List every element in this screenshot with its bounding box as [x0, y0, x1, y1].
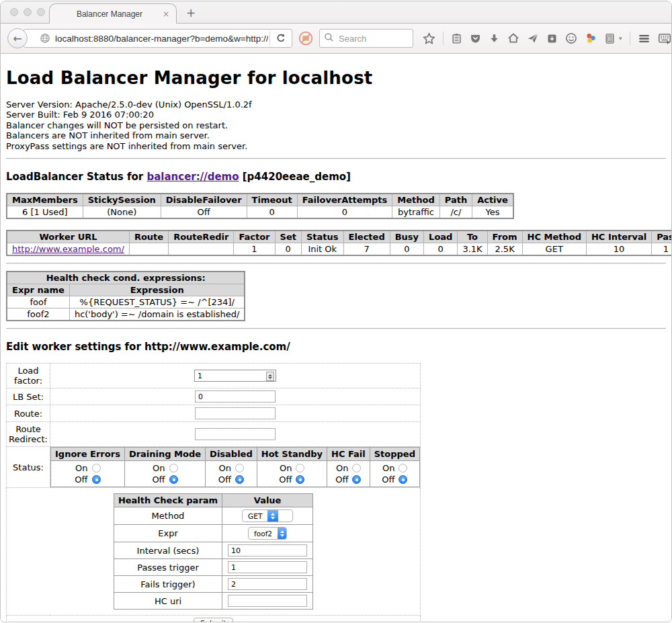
hot-standby-off-radio[interactable] — [296, 475, 304, 484]
tab-balancer-manager[interactable]: Balancer Manager × — [49, 3, 177, 24]
disabled-radios: On Off — [206, 461, 257, 487]
url-input[interactable] — [54, 33, 269, 44]
downloads-icon[interactable] — [489, 33, 500, 44]
stopped-off-radio[interactable] — [398, 475, 407, 484]
status-header-row: Ignore Errors Draining Mode Disabled Hot… — [51, 448, 420, 461]
hc-uri-label: HC uri — [114, 593, 222, 610]
off-label: Off — [335, 474, 348, 485]
lb-set-input[interactable] — [195, 390, 276, 403]
heading-prefix: LoadBalancer Status for — [6, 171, 146, 183]
hc-fails-input[interactable] — [228, 578, 307, 590]
load-factor-row: Load factor: — [7, 364, 421, 388]
reload-icon[interactable] — [270, 33, 292, 44]
close-window-button[interactable] — [10, 8, 18, 16]
cell-route — [129, 243, 168, 256]
page-title: Load Balancer Manager for localhost — [6, 68, 666, 88]
cell-hc-method: GET — [522, 243, 586, 256]
draining-mode-off-radio[interactable] — [169, 475, 178, 484]
lb-set-row: LB Set: — [7, 388, 421, 405]
hc-method-select[interactable]: GET — [242, 509, 293, 522]
search-bar[interactable] — [319, 29, 413, 48]
on-label: On — [335, 463, 348, 473]
col-worker-url: Worker URL — [7, 231, 129, 243]
url-bar[interactable] — [24, 29, 292, 48]
hc-passes-row: Passes trigger — [114, 559, 312, 576]
colored-dots-icon[interactable] — [585, 32, 597, 44]
cell-set: 0 — [275, 243, 301, 256]
worker-url-link[interactable]: http://www.example.com/ — [12, 244, 124, 254]
toolbar-icons: ▾ — [423, 32, 671, 45]
feedback-smiley-icon[interactable] — [565, 32, 577, 44]
globe-icon — [40, 33, 50, 44]
minimize-window-button[interactable] — [24, 8, 32, 16]
bookmark-star-icon[interactable] — [423, 32, 435, 45]
edit-worker-heading: Edit worker settings for http://www.exam… — [6, 341, 666, 353]
home-icon[interactable] — [507, 32, 519, 44]
menu-hamburger-icon[interactable] — [638, 32, 650, 45]
new-tab-button[interactable]: + — [186, 7, 196, 19]
ignore-errors-off-radio[interactable] — [92, 475, 101, 484]
cell-to: 3.1K — [458, 243, 487, 256]
col-passes: Passes — [652, 231, 671, 243]
proxypass-notice-line: ProxyPass settings are NOT inherited fro… — [6, 141, 666, 151]
keyboard-grid-icon[interactable] — [658, 32, 671, 45]
hc-expr-selected-value: foof2 — [249, 528, 278, 539]
hc-header-row: Health Check param Value — [114, 494, 312, 507]
col-method: Method — [392, 194, 439, 206]
ignore-errors-on-radio[interactable] — [92, 464, 101, 472]
send-plane-icon[interactable] — [527, 32, 539, 44]
hc-interval-label: Interval (secs) — [114, 542, 222, 559]
select-stepper-icon — [278, 528, 286, 539]
on-label: On — [218, 463, 231, 473]
balancer-header-row: MaxMembers StickySession DisableFailover… — [7, 194, 513, 206]
col-load: Load — [424, 231, 458, 243]
hc-interval-input[interactable] — [228, 544, 307, 556]
hc-uri-input[interactable] — [228, 595, 307, 607]
health-check-cell: Health Check param Value Method GET — [7, 488, 421, 616]
tab-close-icon[interactable]: × — [163, 10, 169, 18]
cell-factor: 1 — [234, 243, 275, 256]
col-from: From — [487, 231, 522, 243]
submit-row: Submit — [7, 616, 421, 622]
health-check-row: Health Check param Value Method GET — [7, 488, 421, 616]
draining-mode-on-radio[interactable] — [169, 464, 178, 472]
chevron-down-icon[interactable]: ▾ — [619, 35, 622, 42]
back-button[interactable]: ← — [7, 28, 28, 48]
hc-expr-cell: foof2 — [222, 525, 313, 542]
route-redirect-input[interactable] — [195, 428, 276, 440]
submit-cell: Submit — [7, 616, 421, 622]
lb-set-cell — [50, 388, 421, 405]
sidebar-list-icon[interactable] — [604, 33, 616, 44]
pocket-icon[interactable] — [470, 33, 481, 44]
disabled-off-radio[interactable] — [235, 475, 244, 484]
cell-method: bytraffic — [392, 206, 439, 219]
search-input[interactable] — [337, 33, 398, 44]
load-factor-input[interactable] — [194, 370, 276, 382]
cell-path: /c/ — [439, 206, 472, 219]
submit-button[interactable]: Submit — [194, 618, 233, 622]
hc-fail-on-radio[interactable] — [352, 464, 361, 472]
hc-fail-off-radio[interactable] — [352, 475, 361, 484]
hot-standby-on-radio[interactable] — [296, 464, 304, 472]
hc-passes-input[interactable] — [228, 561, 307, 573]
route-redirect-row: Route Redirect: — [7, 422, 421, 447]
server-version-line: Server Version: Apache/2.5.0-dev (Unix) … — [6, 99, 666, 110]
bookmarks-clipboard-icon[interactable] — [451, 33, 462, 44]
col-busy: Busy — [390, 231, 423, 243]
hc-expr-select[interactable]: foof2 — [248, 527, 287, 540]
disabled-on-radio[interactable] — [235, 464, 244, 472]
col-timeout: Timeout — [247, 194, 297, 206]
route-input[interactable] — [195, 407, 276, 419]
save-page-icon[interactable] — [546, 33, 558, 44]
persist-notice-line: Balancer changes will NOT be persisted o… — [6, 120, 666, 130]
hc-interval-cell — [222, 542, 313, 559]
col-expression: Expression — [69, 284, 245, 296]
zoom-window-button[interactable] — [37, 8, 45, 16]
blocked-content-icon[interactable] — [298, 30, 314, 46]
hc-fails-cell — [222, 576, 313, 593]
off-label: Off — [75, 474, 87, 485]
stopped-on-radio[interactable] — [398, 464, 407, 472]
balancer-demo-link[interactable]: balancer://demo — [146, 171, 239, 183]
col-hot-standby: Hot Standby — [257, 448, 327, 461]
number-spinner-icon[interactable] — [266, 372, 274, 381]
